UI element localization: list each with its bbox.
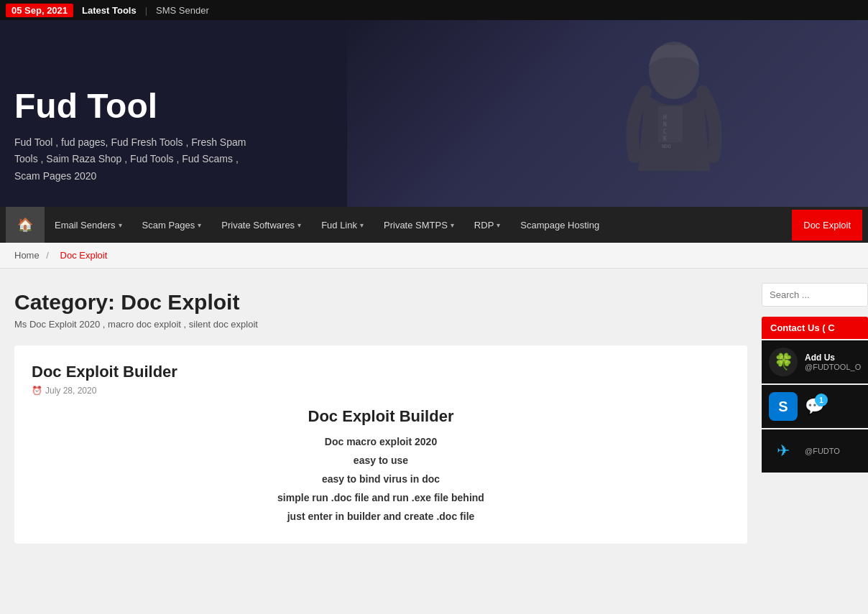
article-body-title: Doc Exploit Builder [32, 407, 730, 426]
main-layout: Category: Doc Exploit Ms Doc Exploit 202… [0, 269, 868, 558]
contact-add-label: Add Us [805, 353, 861, 363]
nav-arrow-fud: ▾ [360, 221, 364, 229]
svg-text:NDO: NDO [662, 144, 671, 149]
navbar: 🏠 Email Senders ▾ Scam Pages ▾ Private S… [0, 207, 868, 243]
article-title[interactable]: Doc Exploit Builder [32, 363, 730, 381]
top-date: 05 Sep, 2021 [6, 4, 73, 17]
nav-item-scam-pages[interactable]: Scam Pages ▾ [132, 210, 212, 241]
hero-subtitle: Fud Tool , fud pages, Fud Fresh Tools , … [14, 134, 246, 185]
nav-arrow-smtp: ▾ [451, 221, 454, 229]
top-tool-link[interactable]: SMS Sender [156, 5, 209, 16]
contact-header: Contact Us ( C [762, 317, 868, 339]
chat-bubble-count: 1 [815, 394, 828, 406]
article-date: July 28, 2020 [45, 386, 96, 396]
nav-arrow-scam: ▾ [198, 221, 201, 229]
top-latest-label: Latest Tools [82, 5, 137, 16]
hero-content: Fud Tool Fud Tool , fud pages, Fud Fresh… [0, 66, 260, 207]
contact-telegram-sub: @FUDTO [805, 447, 840, 455]
category-header: Category: Doc Exploit Ms Doc Exploit 202… [14, 283, 747, 334]
article-line-4: simple run .doc file and run .exe file b… [32, 492, 730, 503]
nav-arrow-email: ▾ [119, 221, 122, 229]
hero-background: H N C K NDO [347, 20, 868, 207]
svg-text:C: C [663, 129, 667, 135]
breadcrumb: Home / Doc Exploit [0, 243, 868, 269]
top-bar: 05 Sep, 2021 Latest Tools | SMS Sender [0, 0, 868, 20]
search-box[interactable] [762, 283, 868, 307]
nav-item-private-smtps[interactable]: Private SMTPS ▾ [374, 210, 464, 241]
nav-arrow-rdp: ▾ [497, 221, 500, 229]
article-line-5: just enter in builder and create .doc fi… [32, 511, 730, 522]
hero-title: Fud Tool [14, 88, 246, 126]
nav-item-rdp[interactable]: RDP ▾ [464, 210, 510, 241]
skype-icon: S [769, 392, 798, 421]
contact-widget: Contact Us ( C 🍀 Add Us @FUDTOOL_O S 💬 1 [762, 317, 868, 473]
article-line-1: Doc macro exploit 2020 [32, 436, 730, 447]
breadcrumb-separator: / [46, 250, 49, 261]
hero-figure-svg: H N C K NDO [595, 27, 753, 207]
category-title: Category: Doc Exploit [14, 290, 747, 315]
nav-item-private-softwares[interactable]: Private Softwares ▾ [211, 210, 311, 241]
svg-text:K: K [663, 136, 667, 142]
chat-bubble-wrap: 💬 1 [805, 397, 824, 416]
hero-section: H N C K NDO Fud Tool Fud Tool , fud page… [0, 20, 868, 207]
main-content: Category: Doc Exploit Ms Doc Exploit 202… [14, 269, 762, 558]
breadcrumb-current: Doc Exploit [60, 250, 108, 261]
nav-item-fud-link[interactable]: Fud Link ▾ [311, 210, 374, 241]
sidebar: Contact Us ( C 🍀 Add Us @FUDTOOL_O S 💬 1 [762, 269, 868, 558]
nav-item-scampage-hosting[interactable]: Scampage Hosting [510, 210, 609, 241]
contact-clover-sub: @FUDTOOL_O [805, 363, 861, 371]
contact-card-clover[interactable]: 🍀 Add Us @FUDTOOL_O [762, 340, 868, 383]
article-body: Doc Exploit Builder Doc macro exploit 20… [32, 407, 730, 522]
clock-icon: ⏰ [32, 386, 42, 396]
category-desc: Ms Doc Exploit 2020 , macro doc exploit … [14, 319, 747, 330]
nav-arrow-soft: ▾ [297, 221, 301, 229]
contact-card-telegram[interactable]: ✈ @FUDTO [762, 429, 868, 473]
clover-icon: 🍀 [769, 348, 798, 376]
contact-card-skype[interactable]: S 💬 1 [762, 385, 868, 428]
article-line-2: easy to use [32, 455, 730, 466]
top-divider: | [145, 5, 147, 16]
svg-text:N: N [663, 121, 667, 128]
svg-rect-1 [658, 106, 683, 142]
search-input[interactable] [770, 289, 860, 300]
contact-card-text-clover: Add Us @FUDTOOL_O [805, 353, 861, 371]
svg-text:H: H [663, 114, 667, 121]
nav-item-email-senders[interactable]: Email Senders ▾ [45, 210, 132, 241]
article-card: Doc Exploit Builder ⏰ July 28, 2020 Doc … [14, 345, 747, 544]
nav-item-doc-exploit[interactable]: Doc Exploit [792, 210, 862, 241]
nav-home-icon[interactable]: 🏠 [6, 207, 45, 243]
breadcrumb-home[interactable]: Home [14, 250, 40, 261]
telegram-icon: ✈ [769, 437, 798, 465]
article-meta: ⏰ July 28, 2020 [32, 386, 730, 396]
article-line-3: easy to bind virus in doc [32, 473, 730, 485]
